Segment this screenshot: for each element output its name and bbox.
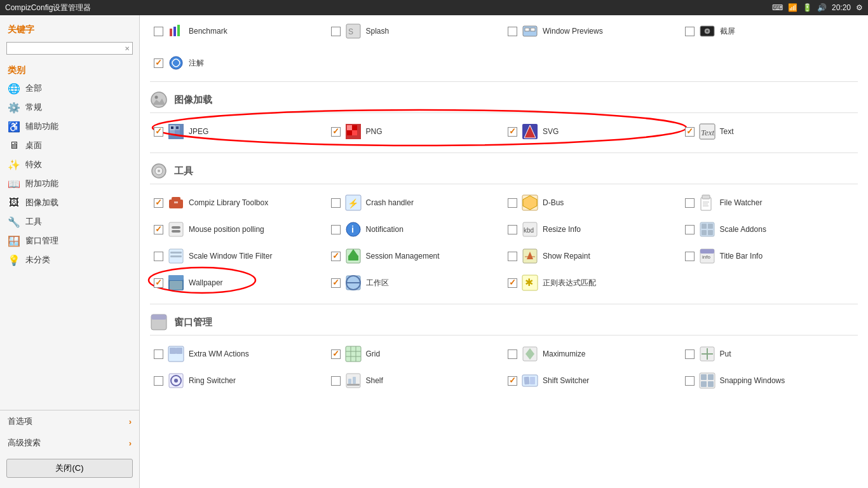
plugin-regex[interactable]: ✱ 正则表达式匹配 bbox=[504, 271, 681, 295]
svg-checkbox[interactable] bbox=[508, 127, 517, 137]
sidebar-item-imageloading[interactable]: 🖼 图像加载 bbox=[0, 193, 139, 212]
shelf-checkbox[interactable] bbox=[331, 376, 341, 386]
text-checkbox[interactable] bbox=[685, 127, 695, 137]
plugin-mouse-position-polling[interactable]: Mouse position polling bbox=[150, 217, 327, 241]
sidebar-item-extras[interactable]: 📖 附加功能 bbox=[0, 174, 139, 193]
accessibility-icon: ♿ bbox=[8, 120, 20, 133]
svg-point-13 bbox=[155, 96, 158, 99]
plugin-shelf[interactable]: Shelf bbox=[327, 369, 505, 393]
power-icon: ⚙ bbox=[856, 3, 863, 12]
scale-addons-checkbox[interactable] bbox=[685, 225, 695, 234]
plugin-grid[interactable]: Grid bbox=[327, 342, 505, 366]
plugin-maximumize[interactable]: Maximumize bbox=[504, 342, 681, 366]
put-checkbox[interactable] bbox=[685, 349, 695, 359]
extra-wm-actions-checkbox[interactable] bbox=[154, 349, 163, 359]
plugin-show-repaint[interactable]: Show Repaint bbox=[504, 244, 681, 268]
plugin-session-management[interactable]: Session Management bbox=[327, 244, 505, 268]
svg-rect-19 bbox=[175, 130, 180, 135]
compiz-library-toolbox-checkbox[interactable] bbox=[154, 198, 163, 208]
maximumize-checkbox[interactable] bbox=[508, 349, 517, 359]
notification-label: Notification bbox=[366, 225, 403, 234]
plugin-crash-handler[interactable]: ⚡ Crash handler bbox=[327, 191, 505, 215]
sidebar-item-effects[interactable]: ✨ 特效 bbox=[0, 155, 139, 174]
sidebar-item-desktop[interactable]: 🖥 桌面 bbox=[0, 136, 139, 155]
plugin-file-watcher[interactable]: File Watcher bbox=[681, 191, 858, 215]
search-box[interactable]: ✕ bbox=[6, 42, 133, 55]
mouse-position-polling-checkbox[interactable] bbox=[154, 225, 163, 234]
session-management-checkbox[interactable] bbox=[331, 252, 341, 261]
grid-checkbox[interactable] bbox=[331, 349, 341, 359]
titlebar: CompizConfig设置管理器 ⌨ 📶 🔋 🔊 20:20 ⚙ bbox=[0, 0, 868, 15]
plugin-jpeg[interactable]: JPEG bbox=[150, 119, 327, 144]
sidebar-item-general-label: 常规 bbox=[25, 102, 42, 113]
benchmark-checkbox[interactable] bbox=[154, 27, 163, 36]
sidebar-item-tools-label: 工具 bbox=[25, 216, 42, 227]
notification-checkbox[interactable] bbox=[331, 225, 341, 234]
plugin-workspace[interactable]: 工作区 bbox=[327, 271, 505, 295]
dbus-checkbox[interactable] bbox=[508, 198, 517, 208]
preferences-item[interactable]: 首选项 › bbox=[0, 410, 139, 432]
advanced-search-item[interactable]: 高级搜索 › bbox=[0, 432, 139, 454]
sidebar-footer: 首选项 › 高级搜索 › 关闭(C) bbox=[0, 410, 139, 483]
plugin-extra-wm-actions[interactable]: Extra WM Actions bbox=[150, 342, 327, 366]
plugin-resize-info[interactable]: kbd Resize Info bbox=[504, 217, 681, 241]
snapping-windows-checkbox[interactable] bbox=[685, 376, 695, 386]
plugin-snapping-windows[interactable]: Snapping Windows bbox=[681, 369, 858, 393]
png-checkbox[interactable] bbox=[331, 127, 341, 137]
plugin-screenshot[interactable]: 截屏 bbox=[681, 19, 858, 43]
plugin-window-previews[interactable]: Window Previews bbox=[504, 19, 681, 43]
plugin-wallpaper[interactable]: Wallpaper bbox=[150, 271, 327, 295]
plugin-benchmark[interactable]: Benchmark bbox=[150, 19, 327, 43]
regex-checkbox[interactable] bbox=[508, 278, 517, 288]
plugin-splash[interactable]: S Splash bbox=[327, 19, 505, 43]
title-bar-info-checkbox[interactable] bbox=[685, 252, 695, 261]
put-label: Put bbox=[720, 349, 731, 358]
search-clear-button[interactable]: ✕ bbox=[125, 45, 130, 52]
plugin-ring-switcher[interactable]: Ring Switcher bbox=[150, 369, 327, 393]
separator-1 bbox=[150, 81, 858, 82]
search-input[interactable] bbox=[10, 44, 125, 53]
plugin-svg[interactable]: SVG bbox=[504, 119, 681, 144]
plugin-shift-switcher[interactable]: Shift Switcher bbox=[504, 369, 681, 393]
scale-window-title-filter-checkbox[interactable] bbox=[154, 252, 163, 261]
wallpaper-checkbox[interactable] bbox=[154, 278, 163, 288]
sidebar-item-uncategorized[interactable]: 💡 未分类 bbox=[0, 250, 139, 269]
window-previews-checkbox[interactable] bbox=[508, 27, 517, 36]
sidebar-item-windowmanagement[interactable]: 🪟 窗口管理 bbox=[0, 231, 139, 250]
main-panel: Benchmark S Splash Window Previews bbox=[140, 15, 868, 488]
shift-switcher-checkbox[interactable] bbox=[508, 376, 517, 386]
plugin-title-bar-info[interactable]: info Title Bar Info bbox=[681, 244, 858, 268]
sidebar-item-extras-label: 附加功能 bbox=[25, 178, 58, 189]
splash-checkbox[interactable] bbox=[331, 27, 341, 36]
sidebar-item-accessibility[interactable]: ♿ 辅助功能 bbox=[0, 117, 139, 136]
sidebar: 关键字 ✕ 类别 🌐 全部 ⚙️ 常规 ♿ 辅助功能 🖥 桌面 bbox=[0, 15, 140, 488]
plugin-png[interactable]: PNG bbox=[327, 119, 505, 144]
plugin-scale-addons[interactable]: Scale Addons bbox=[681, 217, 858, 241]
plugin-scale-window-title-filter[interactable]: Scale Window Title Filter bbox=[150, 244, 327, 268]
show-repaint-checkbox[interactable] bbox=[508, 252, 517, 261]
ring-switcher-checkbox[interactable] bbox=[154, 376, 163, 386]
plugin-text[interactable]: Text Text bbox=[681, 119, 858, 144]
plugin-annotation[interactable]: 注解 bbox=[150, 51, 327, 75]
tools-section: 工具 Compiz Library Toolbox bbox=[140, 156, 868, 301]
file-watcher-checkbox[interactable] bbox=[685, 198, 695, 208]
plugin-compiz-library-toolbox[interactable]: Compiz Library Toolbox bbox=[150, 191, 327, 215]
workspace-checkbox[interactable] bbox=[331, 278, 341, 288]
sidebar-item-general[interactable]: ⚙️ 常规 bbox=[0, 98, 139, 117]
uncategorized-icon: 💡 bbox=[8, 254, 20, 266]
close-button[interactable]: 关闭(C) bbox=[6, 459, 133, 478]
crash-handler-checkbox[interactable] bbox=[331, 198, 341, 208]
sidebar-item-all[interactable]: 🌐 全部 bbox=[0, 79, 139, 98]
svg-rect-47 bbox=[169, 222, 183, 236]
screenshot-checkbox[interactable] bbox=[685, 27, 695, 36]
plugin-put[interactable]: Put bbox=[681, 342, 858, 366]
jpeg-checkbox[interactable] bbox=[154, 127, 163, 137]
annotation-checkbox[interactable] bbox=[154, 58, 163, 68]
plugin-notification[interactable]: i Notification bbox=[327, 217, 505, 241]
png-label: PNG bbox=[366, 127, 383, 136]
sidebar-item-tools[interactable]: 🔧 工具 bbox=[0, 212, 139, 231]
resize-info-checkbox[interactable] bbox=[508, 225, 517, 234]
svg-rect-80 bbox=[176, 348, 182, 354]
wallpaper-label: Wallpaper bbox=[189, 278, 223, 287]
plugin-dbus[interactable]: D-Bus bbox=[504, 191, 681, 215]
